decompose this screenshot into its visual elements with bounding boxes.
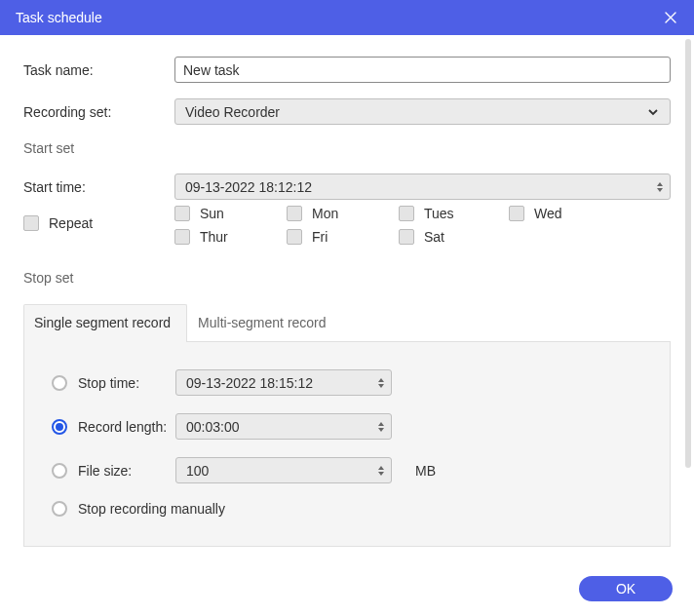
day-mon-label: Mon	[312, 206, 338, 221]
spinner-arrows-icon	[656, 181, 664, 193]
start-time-value: 09-13-2022 18:12:12	[185, 179, 312, 195]
day-thur-checkbox[interactable]	[174, 229, 190, 245]
record-length-value: 00:03:00	[186, 419, 240, 435]
chevron-down-icon	[646, 105, 660, 119]
day-sat-label: Sat	[424, 229, 444, 245]
manual-stop-label: Stop recording manually	[78, 501, 225, 517]
footer: OK	[0, 561, 694, 616]
day-tues-label: Tues	[424, 206, 454, 221]
spinner-arrows-icon	[377, 465, 385, 477]
spinner-arrows-icon	[377, 421, 385, 433]
day-thur-label: Thur	[200, 229, 228, 245]
start-time-spinner[interactable]: 09-13-2022 18:12:12	[174, 173, 671, 200]
manual-stop-radio[interactable]	[52, 501, 67, 517]
record-length-radio[interactable]	[52, 419, 67, 435]
close-icon[interactable]	[659, 6, 682, 29]
stop-time-radio[interactable]	[52, 375, 67, 391]
stop-set-heading: Stop set	[23, 270, 671, 286]
stop-time-spinner[interactable]: 09-13-2022 18:15:12	[175, 369, 392, 396]
stop-time-label: Stop time:	[78, 375, 175, 391]
repeat-label: Repeat	[49, 215, 93, 231]
content-area: Task name: Recording set: Video Recorder…	[0, 35, 694, 561]
file-size-value: 100	[186, 463, 209, 479]
recording-set-label: Recording set:	[23, 104, 174, 120]
day-wed-label: Wed	[534, 206, 562, 221]
record-length-label: Record length:	[78, 419, 175, 435]
spinner-arrows-icon	[377, 377, 385, 389]
file-size-radio[interactable]	[52, 463, 67, 479]
title-bar: Task schedule	[0, 0, 694, 35]
start-set-heading: Start set	[23, 140, 671, 156]
day-sun-label: Sun	[200, 206, 224, 221]
ok-button[interactable]: OK	[579, 576, 673, 601]
day-sun-checkbox[interactable]	[174, 206, 190, 221]
days-grid: Sun Mon Tues Wed Thur Fri Sat	[174, 206, 671, 245]
day-tues-checkbox[interactable]	[399, 206, 414, 221]
scrollbar-thumb[interactable]	[685, 39, 691, 468]
day-mon-checkbox[interactable]	[287, 206, 302, 221]
day-wed-checkbox[interactable]	[509, 206, 524, 221]
recording-set-select[interactable]: Video Recorder	[174, 98, 671, 125]
task-name-input[interactable]	[174, 57, 671, 83]
day-fri-label: Fri	[312, 229, 328, 245]
file-size-unit: MB	[415, 463, 436, 479]
single-segment-panel: Stop time: 09-13-2022 18:15:12 Record le…	[23, 342, 671, 547]
day-sat-checkbox[interactable]	[399, 229, 414, 245]
day-fri-checkbox[interactable]	[287, 229, 302, 245]
recording-set-value: Video Recorder	[185, 104, 280, 120]
stop-time-value: 09-13-2022 18:15:12	[186, 375, 313, 391]
tab-multi-segment[interactable]: Multi-segment record	[187, 304, 343, 342]
tab-single-segment[interactable]: Single segment record	[23, 304, 187, 342]
file-size-spinner[interactable]: 100	[175, 457, 392, 483]
stop-set-tabs: Single segment record Multi-segment reco…	[23, 303, 671, 342]
start-time-label: Start time:	[23, 179, 174, 195]
repeat-checkbox[interactable]	[23, 215, 39, 231]
record-length-spinner[interactable]: 00:03:00	[175, 413, 392, 440]
task-name-label: Task name:	[23, 62, 174, 78]
window-title: Task schedule	[16, 10, 102, 25]
file-size-label: File size:	[78, 463, 175, 479]
